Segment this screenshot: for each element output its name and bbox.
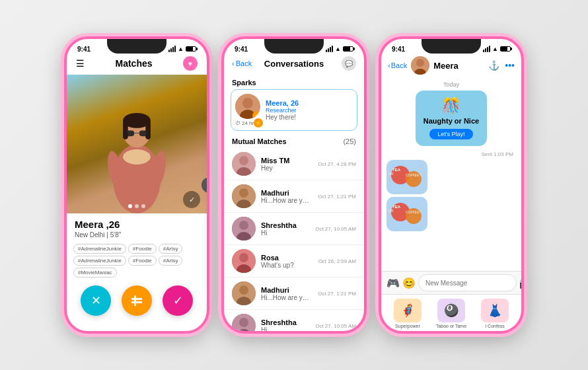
tag-4: #AdrenalineJunkie [73,256,126,266]
back-label-3: Back [391,61,407,69]
tag-7: #MovieManiac [73,268,117,278]
conv-avatar-5 [232,281,256,305]
conv-name-2: Madhuri [261,189,312,197]
back-button-2[interactable]: ‹ Back [232,59,252,67]
tag-1: #AdrenalineJunkie [73,244,126,254]
spark-name: Meera, 26 [266,99,299,107]
mutual-count: (25) [343,137,356,145]
more-options-icon[interactable]: ••• [505,60,515,71]
conv-info-6: Shreshtha Hi [261,318,310,334]
matches-title: Matches [115,58,152,69]
notch-1 [107,39,166,54]
conv-msg-5: Hi...How are you? [261,294,312,301]
gamepad-icon[interactable]: 🎮 [386,277,400,289]
tag-3: #Artsy [159,244,183,254]
sticker-tea-coffee-1: TEA OR COFFEE? [386,160,427,194]
spark-avatar [235,94,260,119]
conv-info-1: Miss TM Hey [261,157,312,172]
back-button-3[interactable]: ‹ Back [388,61,407,69]
conv-info-5: Madhuri Hi...How are you? [261,286,312,301]
conversations-list: Miss TM Hey Oct 27, 4:28 PM Madhuri Hi..… [224,148,364,334]
chat-date-label: Today [381,77,521,91]
time-2: 9:41 [235,46,248,53]
game-message: 🎊 Naughty or Nice Let's Play! [386,91,516,150]
conv-item-2[interactable]: Madhuri Hi...How are you? Oct 27, 1:21 P… [224,180,364,213]
spark-item[interactable]: ⚡ ⏱24 hr Meera, 26 Researcher Hey there! [231,89,357,131]
svg-rect-4 [123,120,128,139]
sticker-shelf-item-1[interactable]: 🦸 Superpower [394,299,422,328]
chevron-left-icon-3: ‹ [388,61,390,69]
spark-message: Hey there! [266,114,299,121]
spark-badge: ⚡ [254,118,263,128]
conv-avatar-3 [232,217,256,240]
scene: 9:41 ▲ ☰ Matches ♥ [64,36,524,334]
chat-input-area: 🎮 😊 📷 [381,271,521,294]
time-3: 9:41 [392,46,405,53]
chevron-left-icon: ‹ [232,59,235,67]
game-card[interactable]: 🎊 Naughty or Nice Let's Play! [416,91,487,146]
svg-point-30 [239,285,248,295]
battery-icon-3 [500,46,511,52]
verify-button[interactable]: ✓ [183,191,200,208]
conv-name-1: Miss TM [261,157,312,165]
chat-contact-name: Meera [433,61,484,71]
profile-tags: #AdrenalineJunkie #Foodie #Artsy #Adrena… [67,241,207,280]
svg-point-21 [239,188,248,198]
conv-item-1[interactable]: Miss TM Hey Oct 27, 4:28 PM [224,148,364,180]
time-1: 9:41 [77,46,91,53]
svg-point-15 [242,98,253,108]
game-card-icon: 🎊 [423,97,479,114]
svg-rect-12 [131,301,142,303]
conv-time-3: Oct 27, 10:05 AM [315,226,356,232]
battery-icon [186,46,196,52]
message-input[interactable] [418,274,517,291]
taboo-label: Taboo or Tame [436,324,466,328]
signal-icon-3 [483,46,490,52]
emoji-icon[interactable]: 😊 [402,277,416,289]
svg-point-18 [239,156,248,165]
svg-rect-6 [126,131,134,137]
wifi-icon-2: ▲ [335,46,341,52]
conv-item-3[interactable]: Shreshtha Hi Oct 27, 10:05 AM [224,213,364,245]
conv-info-4: Rosa What's up? [261,254,313,269]
conv-item-6[interactable]: Shreshtha Hi Oct 27, 10:05 AM [224,310,364,334]
sparks-header: Sparks [224,75,364,89]
hamburger-menu-icon[interactable]: ☰ [76,58,85,69]
action-buttons: ✕ ✓ [67,280,207,322]
conv-item-4[interactable]: Rosa What's up? Oct 26, 2:09 AM [224,245,364,278]
profile-card: ✓ [67,75,207,213]
anchor-icon[interactable]: ⚓ [488,60,499,71]
superlike-button[interactable] [122,285,152,316]
confess-label: I Confess [485,324,505,328]
conv-item-5[interactable]: Madhuri Hi...How are you? Oct 27, 1:21 P… [224,278,364,310]
chat-nav-icons: ⚓ ••• [488,60,515,71]
mutual-header: Mutual Matches (25) [224,135,364,148]
conv-name-4: Rosa [261,254,313,262]
sent-time: Sent 1:03 PM [386,151,516,157]
camera-icon[interactable]: 📷 [519,277,524,289]
new-chat-icon[interactable]: 💬 [342,56,356,71]
sticker-shelf-item-3[interactable]: 👗 I Confess [481,299,509,328]
tag-5: #Foodie [128,256,157,266]
tea-coffee-sticker-1: TEA OR COFFEE? [387,161,427,194]
signal-icon [168,46,176,52]
svg-rect-13 [134,295,136,306]
reject-button[interactable]: ✕ [81,285,111,316]
conv-time-4: Oct 26, 2:09 AM [318,258,356,264]
status-icons-2: ▲ [326,46,353,52]
spark-info: Meera, 26 Researcher Hey there! [266,99,299,121]
conv-avatar-2 [232,184,256,208]
conv-info-3: Shreshtha Hi [261,221,310,237]
notch-3 [422,39,481,54]
confess-sticker: 👗 [481,299,509,322]
play-button[interactable]: Let's Play! [429,129,472,139]
matches-nav: ☰ Matches ♥ [67,56,207,75]
svg-point-33 [239,318,248,327]
status-icons-3: ▲ [483,46,511,52]
spark-avatar-img [235,94,260,119]
svg-rect-7 [139,131,148,137]
wifi-icon-3: ▲ [492,46,498,52]
like-button[interactable]: ✓ [163,285,193,316]
conv-time-2: Oct 27, 1:21 PM [318,194,356,200]
sticker-shelf-item-2[interactable]: 🎱 Taboo or Tame [436,299,466,328]
